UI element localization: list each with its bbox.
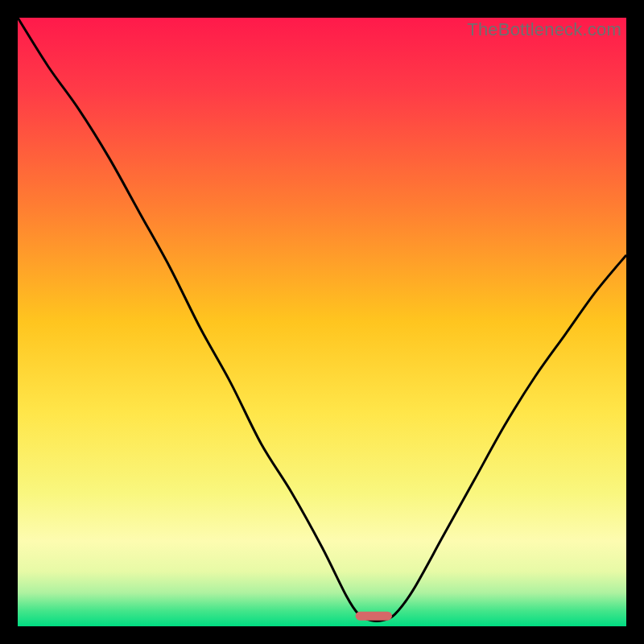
- gradient-background: [18, 18, 626, 626]
- watermark-text: TheBottleneck.com: [467, 19, 621, 40]
- svg-rect-0: [18, 18, 626, 626]
- chart-frame: TheBottleneck.com: [18, 18, 626, 626]
